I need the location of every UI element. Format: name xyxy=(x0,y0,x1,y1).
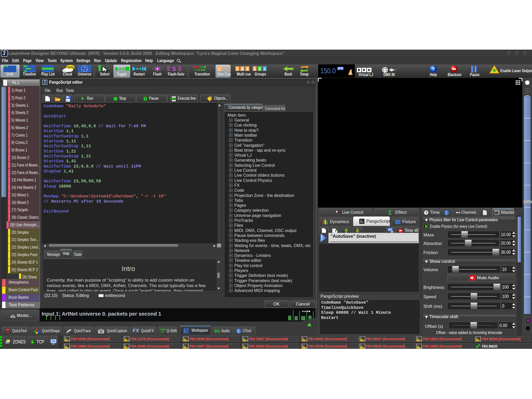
svg-text:1: 1 xyxy=(263,66,265,71)
svg-text:3: 3 xyxy=(246,66,249,71)
svg-text:?: ? xyxy=(432,66,435,72)
svg-text:1: 1 xyxy=(236,66,238,71)
svg-text:S: S xyxy=(172,66,176,72)
svg-text:1: 1 xyxy=(254,66,256,71)
svg-text:1: 1 xyxy=(218,67,221,71)
svg-text:1: 1 xyxy=(258,66,261,71)
svg-text:2: 2 xyxy=(241,66,244,71)
svg-text:beta: beta xyxy=(68,65,74,69)
